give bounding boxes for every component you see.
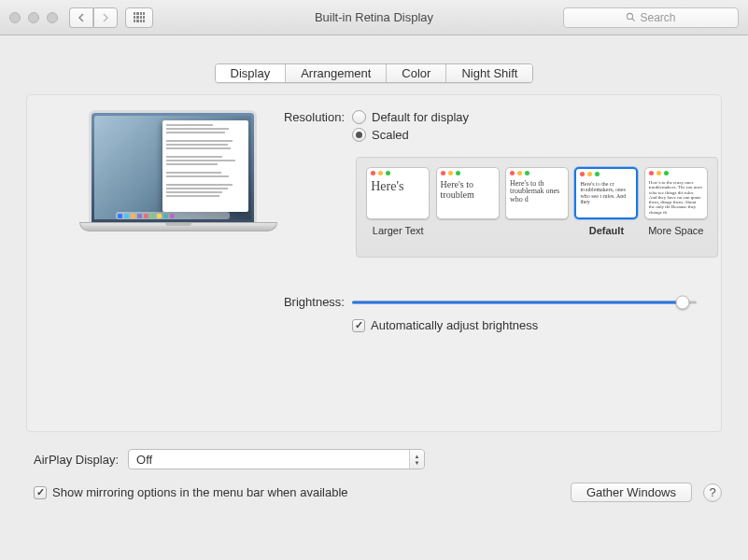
gather-windows-button[interactable]: Gather Windows (571, 483, 692, 502)
checkbox-label: Show mirroring options in the menu bar w… (52, 485, 348, 499)
mirror-checkbox[interactable]: Show mirroring options in the menu bar w… (34, 485, 348, 499)
chevron-right-icon (102, 13, 109, 22)
close-window-icon[interactable] (9, 12, 21, 23)
res-thumb-2[interactable]: Here's to troublem (435, 167, 499, 236)
zoom-window-icon[interactable] (47, 12, 58, 23)
bottom-row: Show mirroring options in the menu bar w… (26, 483, 722, 502)
res-thumb-3[interactable]: Here's to th troublemak ones who d (505, 167, 569, 236)
show-all-prefs-button[interactable] (125, 7, 153, 28)
help-icon: ? (709, 485, 715, 499)
search-icon (626, 12, 636, 22)
tab-group: Display Arrangement Color Night Shift (215, 63, 534, 83)
airplay-label: AirPlay Display: (34, 453, 119, 467)
slider-thumb-icon (676, 295, 690, 309)
resolution-options: Here's Larger Text Here's to troublem He… (356, 157, 718, 258)
radio-icon (352, 128, 366, 142)
checkbox-label: Automatically adjust brightness (371, 318, 538, 332)
radio-label: Default for display (372, 110, 469, 124)
minimize-window-icon[interactable] (28, 12, 39, 23)
updown-arrows-icon: ▲▼ (409, 450, 424, 469)
radio-icon (352, 110, 366, 124)
checkbox-icon (34, 486, 47, 499)
traffic-lights (9, 12, 58, 23)
display-panel: Resolution: Default for display Scaled H… (26, 94, 722, 432)
auto-brightness-checkbox[interactable]: Automatically adjust brightness (352, 318, 700, 332)
res-thumb-more[interactable]: Here's to the crazy ones troublemakers. … (644, 167, 708, 236)
svg-point-0 (628, 13, 633, 19)
apps-grid-icon (134, 12, 145, 23)
back-button[interactable] (69, 7, 93, 28)
tab-arrangement[interactable]: Arrangement (286, 64, 387, 82)
help-button[interactable]: ? (703, 483, 722, 502)
tab-night-shift[interactable]: Night Shift (446, 64, 532, 82)
content-area: Display Arrangement Color Night Shift (0, 35, 748, 511)
radio-label: Scaled (372, 128, 409, 142)
display-preview (79, 110, 266, 231)
chevron-left-icon (78, 13, 85, 22)
tab-row: Display Arrangement Color Night Shift (26, 63, 722, 83)
checkbox-icon (352, 319, 365, 332)
titlebar: Built-in Retina Display Search (0, 0, 748, 35)
forward-button[interactable] (93, 7, 118, 28)
search-input[interactable]: Search (563, 7, 739, 28)
airplay-row: AirPlay Display: Off ▲▼ (26, 449, 722, 469)
brightness-slider[interactable] (352, 296, 697, 309)
tab-display[interactable]: Display (216, 64, 287, 82)
res-thumb-default[interactable]: Here's to the cr troublemakers, ones who… (574, 167, 638, 236)
res-thumb-larger[interactable]: Here's Larger Text (366, 167, 430, 236)
brightness-label: Brightness: (48, 295, 352, 309)
tab-color[interactable]: Color (387, 64, 446, 82)
resolution-scaled-radio[interactable]: Scaled (352, 128, 700, 142)
search-placeholder: Search (640, 11, 675, 24)
resolution-default-radio[interactable]: Default for display (352, 110, 700, 124)
airplay-select[interactable]: Off ▲▼ (128, 449, 425, 469)
airplay-value: Off (136, 453, 152, 467)
